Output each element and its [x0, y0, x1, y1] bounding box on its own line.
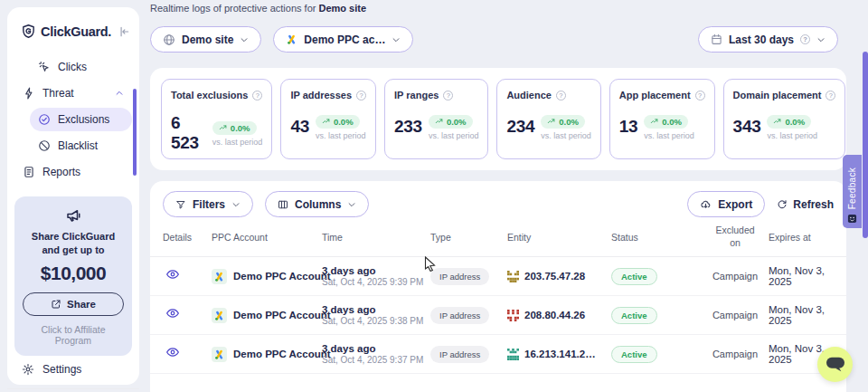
excluded-on-cell: Campaign [702, 271, 769, 282]
exclusions-table-card: Filters Columns Export Refresh DetailsPP… [150, 181, 846, 392]
page-title-site: Demo site [318, 3, 366, 14]
entity-identicon [507, 310, 519, 321]
expires-at-cell: Mon, Nov 3, 2025 [769, 265, 834, 287]
stat-label: Total exclusions [171, 90, 248, 100]
sidebar-item-exclusions[interactable]: Exclusions [30, 108, 132, 131]
chevron-up-icon[interactable] [115, 89, 124, 98]
chat-launcher-button[interactable] [817, 347, 853, 382]
status-badge: Active [611, 307, 657, 324]
promo-footer: Click to Affiliate Program [23, 324, 124, 346]
megaphone-icon [23, 207, 124, 224]
sidebar-item-blacklist[interactable]: Blacklist [30, 134, 132, 158]
stat-card: Total exclusions?6 5230.0%vs. last perio… [161, 79, 272, 159]
clickguard-app: ClickGuard. ClicksThreatExclusionsBlackl… [0, 0, 868, 392]
promo-text: Share ClickGuard and get up to [23, 230, 124, 257]
excluded-on-cell: Campaign [702, 310, 769, 320]
filters-dropdown[interactable]: Filters [163, 191, 253, 217]
chat-bubble-icon [826, 356, 845, 374]
table-header-row: DetailsPPC AccountTimeTypeEntityStatusEx… [150, 217, 846, 257]
collapse-sidebar-icon[interactable] [118, 25, 130, 38]
time-cell: 3 days agoSat, Oct 4, 2025 9:39 PM [322, 265, 430, 287]
cursor-click-icon [38, 61, 51, 73]
type-badge: IP address [430, 307, 489, 324]
delta-badge: 0.0% [212, 121, 257, 135]
sidebar-item-settings[interactable]: Settings [7, 356, 139, 383]
stat-sub: vs. last period [541, 131, 591, 140]
help-icon[interactable]: ? [252, 91, 262, 100]
help-icon[interactable]: ? [356, 91, 366, 100]
gear-icon [22, 363, 34, 376]
sidebar: ClickGuard. ClicksThreatExclusionsBlackl… [7, 7, 139, 385]
column-header: Excluded on [702, 225, 769, 249]
affiliate-promo-card: Share ClickGuard and get up to $10,000 S… [14, 196, 132, 356]
shield-logo-icon [21, 24, 36, 39]
sidebar-item-clicks[interactable]: Clicks [30, 55, 132, 79]
chevron-down-icon [347, 200, 356, 209]
google-ads-icon [286, 33, 297, 45]
date-range-dropdown[interactable]: Last 30 days ? [698, 26, 838, 53]
stat-value: 43 [290, 117, 309, 137]
sidebar-item-label: Blacklist [58, 139, 98, 152]
view-details-eye-icon[interactable] [163, 306, 180, 320]
help-icon[interactable]: ? [826, 91, 835, 100]
help-icon[interactable]: ? [695, 91, 705, 100]
share-button[interactable]: Share [23, 292, 124, 316]
stat-label: App placement [619, 90, 691, 100]
filter-icon [175, 199, 186, 210]
page-scrollbar[interactable] [863, 52, 868, 238]
stat-value: 6 523 [171, 113, 206, 153]
stat-label: Audience [506, 90, 552, 100]
help-icon: ? [800, 34, 810, 44]
column-header: Time [322, 232, 430, 243]
delta-badge: 0.0% [767, 115, 811, 129]
calendar-icon [711, 33, 722, 45]
ppc-account-filter-dropdown[interactable]: Demo PPC ac… [273, 26, 413, 53]
trend-up-icon [773, 117, 782, 126]
sidebar-item-reports[interactable]: Reports [14, 160, 132, 184]
external-link-icon [51, 299, 61, 310]
sidebar-item-label: Threat [42, 87, 74, 100]
type-badge: IP address [430, 346, 489, 363]
entity-identicon [507, 349, 519, 360]
delta-badge: 0.0% [316, 115, 360, 129]
sidebar-scrollbar[interactable] [133, 89, 137, 176]
view-details-eye-icon[interactable] [163, 345, 180, 359]
stat-card: App placement?130.0%vs. last period [609, 79, 715, 159]
chevron-down-icon [392, 35, 401, 44]
help-icon[interactable]: ? [556, 91, 566, 100]
trend-up-icon [219, 123, 228, 132]
google-ads-icon [212, 347, 227, 362]
sidebar-item-label: Clicks [58, 61, 87, 73]
time-cell: 3 days agoSat, Oct 4, 2025 9:37 PM [322, 343, 430, 365]
document-icon [23, 166, 35, 178]
stat-label: IP ranges [394, 90, 439, 100]
stat-card: IP addresses?430.0%vs. last period [280, 79, 376, 159]
delta-badge: 0.0% [541, 115, 585, 129]
help-icon[interactable]: ? [443, 91, 453, 100]
stat-card: Audience?2340.0%vs. last period [496, 79, 600, 159]
column-header: Expires at [769, 232, 834, 243]
expires-at-cell: Mon, Nov 3, 2025 [769, 304, 834, 326]
refresh-button[interactable]: Refresh [777, 198, 834, 211]
stat-value: 234 [506, 117, 534, 137]
columns-icon [278, 199, 288, 210]
google-ads-icon [212, 308, 227, 323]
stat-card: Domain placement?3430.0%vs. last period [723, 79, 846, 159]
column-header: PPC Account [212, 232, 322, 243]
sidebar-item-label: Exclusions [58, 113, 109, 126]
columns-dropdown[interactable]: Columns [265, 191, 369, 217]
sidebar-item-threat[interactable]: Threat [14, 81, 132, 105]
export-button[interactable]: Export [687, 191, 765, 217]
feedback-tab[interactable]: Feedback [843, 155, 862, 228]
excluded-on-cell: Campaign [702, 349, 769, 359]
site-filter-dropdown[interactable]: Demo site [150, 26, 261, 53]
type-badge: IP address [430, 268, 489, 285]
sidebar-nav: ClicksThreatExclusionsBlacklistReports [7, 55, 139, 184]
stat-sub: vs. last period [429, 131, 479, 140]
stat-value: 233 [394, 117, 422, 137]
promo-amount: $10,000 [23, 263, 124, 284]
stat-value: 343 [733, 117, 761, 137]
page-title: Realtime logs of protective actions for … [150, 3, 366, 14]
time-cell: 3 days agoSat, Oct 4, 2025 9:38 PM [322, 304, 430, 326]
view-details-eye-icon[interactable] [163, 267, 180, 282]
